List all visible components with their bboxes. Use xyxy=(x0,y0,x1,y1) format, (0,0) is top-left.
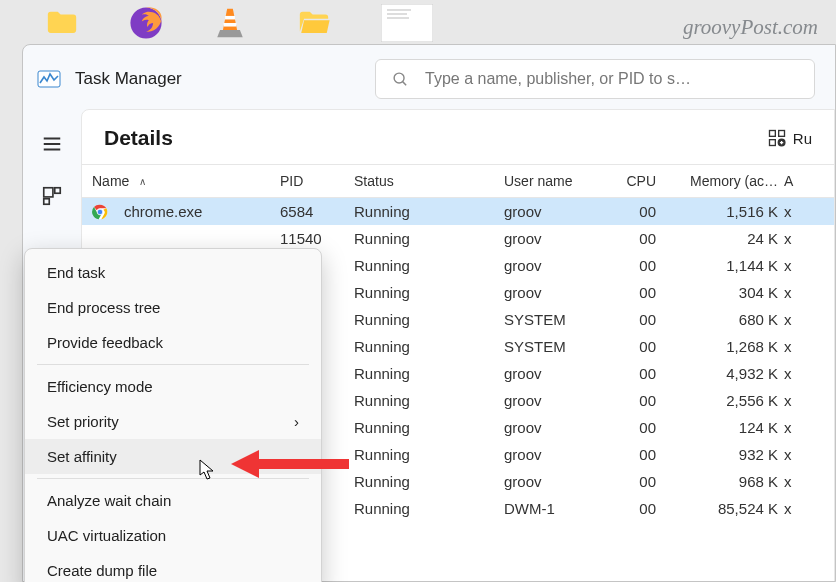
search-placeholder: Type a name, publisher, or PID to s… xyxy=(425,70,691,88)
details-view-icon[interactable] xyxy=(41,185,63,207)
cell-cpu: 00 xyxy=(610,230,668,247)
cell-user: groov xyxy=(504,257,610,274)
title-bar: Task Manager Type a name, publisher, or … xyxy=(23,45,835,109)
cell-status: Running xyxy=(354,500,504,517)
cell-mem: 1,516 K xyxy=(668,203,784,220)
cell-mem: 2,556 K xyxy=(668,392,784,409)
cell-mem: 24 K xyxy=(668,230,784,247)
cell-arch: x xyxy=(784,311,804,328)
cell-status: Running xyxy=(354,284,504,301)
svg-point-8 xyxy=(394,73,404,83)
cell-arch: x xyxy=(784,365,804,382)
cell-arch: x xyxy=(784,446,804,463)
search-icon xyxy=(392,71,409,88)
cell-user: groov xyxy=(504,203,610,220)
cell-cpu: 00 xyxy=(610,311,668,328)
cell-cpu: 00 xyxy=(610,284,668,301)
cell-mem: 1,268 K xyxy=(668,338,784,355)
cell-user: groov xyxy=(504,446,610,463)
page-title: Details xyxy=(104,126,173,150)
cell-user: SYSTEM xyxy=(504,338,610,355)
cell-cpu: 00 xyxy=(610,365,668,382)
table-row[interactable]: chrome.exe6584Runninggroov001,516 Kx xyxy=(82,198,834,225)
col-status[interactable]: Status xyxy=(354,173,504,189)
cell-cpu: 00 xyxy=(610,446,668,463)
col-pid[interactable]: PID xyxy=(280,173,354,189)
menu-analyze-wait-chain[interactable]: Analyze wait chain xyxy=(25,483,321,518)
sort-ascending-icon: ∧ xyxy=(139,176,146,187)
cell-pid: 11540 xyxy=(280,230,354,247)
annotation-arrow xyxy=(231,447,351,481)
cell-user: groov xyxy=(504,365,610,382)
col-mem[interactable]: Memory (ac… xyxy=(668,173,784,189)
cell-status: Running xyxy=(354,419,504,436)
cell-user: SYSTEM xyxy=(504,311,610,328)
menu-end-process-tree[interactable]: End process tree xyxy=(25,290,321,325)
folder-open-icon[interactable] xyxy=(297,6,331,40)
cell-cpu: 00 xyxy=(610,203,668,220)
col-cpu[interactable]: CPU xyxy=(610,173,668,189)
menu-provide-feedback[interactable]: Provide feedback xyxy=(25,325,321,360)
cell-mem: 680 K xyxy=(668,311,784,328)
cell-arch: x xyxy=(784,500,804,517)
desktop-taskbar: groovyPost.com xyxy=(0,0,836,45)
folder-icon[interactable] xyxy=(45,6,79,40)
cell-status: Running xyxy=(354,473,504,490)
vlc-icon[interactable] xyxy=(213,6,247,40)
search-input[interactable]: Type a name, publisher, or PID to s… xyxy=(375,59,815,99)
svg-rect-14 xyxy=(55,188,61,194)
run-task-icon xyxy=(767,128,787,148)
menu-create-dump-file[interactable]: Create dump file xyxy=(25,553,321,582)
svg-marker-26 xyxy=(231,450,259,478)
process-name: chrome.exe xyxy=(124,203,202,220)
col-name[interactable]: Name∧ xyxy=(82,173,280,189)
cell-cpu: 00 xyxy=(610,338,668,355)
document-icon[interactable] xyxy=(381,4,433,42)
cell-user: groov xyxy=(504,419,610,436)
cell-user: groov xyxy=(504,284,610,301)
menu-end-task[interactable]: End task xyxy=(25,255,321,290)
run-new-task-button[interactable]: Ru xyxy=(767,128,812,148)
cell-status: Running xyxy=(354,365,504,382)
svg-rect-7 xyxy=(38,71,60,87)
menu-efficiency-mode[interactable]: Efficiency mode xyxy=(25,369,321,404)
menu-separator xyxy=(37,364,309,365)
cell-arch: x xyxy=(784,473,804,490)
svg-line-9 xyxy=(403,81,407,85)
cell-pid: 6584 xyxy=(280,203,354,220)
svg-rect-17 xyxy=(778,131,784,137)
cell-user: DWM-1 xyxy=(504,500,610,517)
svg-rect-2 xyxy=(224,23,237,27)
cell-mem: 968 K xyxy=(668,473,784,490)
cell-mem: 85,524 K xyxy=(668,500,784,517)
cell-arch: x xyxy=(784,257,804,274)
cell-mem: 4,932 K xyxy=(668,365,784,382)
cell-status: Running xyxy=(354,203,504,220)
svg-rect-15 xyxy=(44,199,50,205)
menu-set-priority[interactable]: Set priority› xyxy=(25,404,321,439)
cell-cpu: 00 xyxy=(610,500,668,517)
cell-status: Running xyxy=(354,392,504,409)
watermark-text: groovyPost.com xyxy=(683,15,818,40)
firefox-icon[interactable] xyxy=(129,6,163,40)
table-header: Name∧ PID Status User name CPU Memory (a… xyxy=(82,164,834,198)
svg-rect-1 xyxy=(225,15,235,19)
cell-arch: x xyxy=(784,419,804,436)
cell-status: Running xyxy=(354,338,504,355)
cell-cpu: 00 xyxy=(610,473,668,490)
cell-status: Running xyxy=(354,230,504,247)
cell-arch: x xyxy=(784,284,804,301)
app-title: Task Manager xyxy=(75,69,182,89)
cell-mem: 1,144 K xyxy=(668,257,784,274)
col-arch[interactable]: A xyxy=(784,173,804,189)
hamburger-icon[interactable] xyxy=(41,133,63,155)
cell-user: groov xyxy=(504,473,610,490)
run-task-label: Ru xyxy=(793,130,812,147)
chevron-right-icon: › xyxy=(294,413,299,430)
cursor-icon xyxy=(199,459,217,481)
svg-rect-13 xyxy=(44,188,53,197)
cell-mem: 932 K xyxy=(668,446,784,463)
col-user[interactable]: User name xyxy=(504,173,610,189)
chrome-icon xyxy=(92,204,108,220)
menu-uac-virtualization[interactable]: UAC virtualization xyxy=(25,518,321,553)
